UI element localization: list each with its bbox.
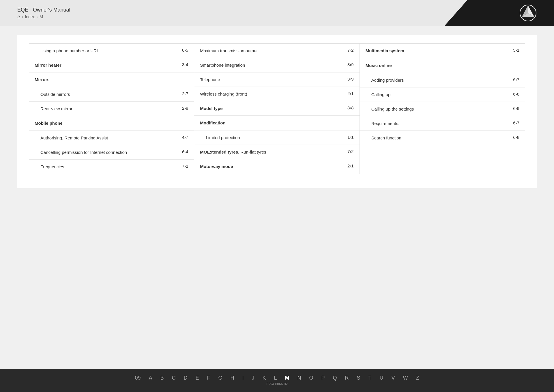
alpha-item-r[interactable]: R xyxy=(345,375,349,381)
entry-page: 3›9 xyxy=(347,76,354,81)
alpha-item-e[interactable]: E xyxy=(195,375,199,381)
entry-page: 6›7 xyxy=(513,77,519,82)
sub-entries: Adding providers 6›7 Calling up 6›8 Call… xyxy=(360,73,525,145)
list-item[interactable]: Smartphone integration 3›9 xyxy=(194,58,359,72)
sub-entries: Outside mirrors 2›7 Rear-view mirror 2›8 xyxy=(29,87,194,116)
footer: 09 A B C D E F G H I J K L M N O P Q R S… xyxy=(0,369,554,392)
alpha-item-l[interactable]: L xyxy=(274,375,277,381)
alpha-item-g[interactable]: G xyxy=(218,375,222,381)
list-item[interactable]: Frequencies 7›2 xyxy=(29,160,194,174)
entry-page: 6›8 xyxy=(513,135,519,140)
page-header: EQE - Owner's Manual ⌂ › Index › M xyxy=(0,0,554,26)
entry-page: 7›2 xyxy=(347,48,354,53)
entry-label: Mirror heater xyxy=(35,62,179,68)
alpha-item-i[interactable]: I xyxy=(242,375,244,381)
mobile-phone-section: Mobile phone Authorising, Remote Parking… xyxy=(29,116,194,174)
alpha-item-q[interactable]: Q xyxy=(333,375,337,381)
entry-page: 3›4 xyxy=(182,62,188,67)
entry-label: Limited protection xyxy=(206,135,345,141)
entry-label: Calling up the settings xyxy=(371,106,510,112)
alpha-item-w[interactable]: W xyxy=(403,375,408,381)
entry-page: 6›7 xyxy=(513,120,519,125)
list-item[interactable]: Model type 8›8 xyxy=(194,101,359,116)
alpha-item-u[interactable]: U xyxy=(380,375,383,381)
entry-label: Requirements: xyxy=(371,120,510,126)
list-item[interactable]: Using a phone number or URL 6›5 xyxy=(29,44,194,58)
section-header: Music online xyxy=(360,58,525,73)
list-item[interactable]: Motorway mode 2›1 xyxy=(194,159,359,173)
entry-label: Multimedia system xyxy=(366,48,510,54)
list-item[interactable]: Adding providers 6›7 xyxy=(360,73,525,87)
section-header: Mirrors xyxy=(29,72,194,87)
list-item[interactable]: Search function 6›8 xyxy=(360,131,525,145)
alpha-item-f[interactable]: F xyxy=(207,375,210,381)
home-icon[interactable]: ⌂ xyxy=(17,14,20,19)
entry-label: Using a phone number or URL xyxy=(40,48,179,54)
column-1: Using a phone number or URL 6›5 Mirror h… xyxy=(29,44,194,174)
main-content: Using a phone number or URL 6›5 Mirror h… xyxy=(17,35,537,188)
alpha-item-h[interactable]: H xyxy=(230,375,234,381)
entry-label: Model type xyxy=(200,105,345,111)
mercedes-logo xyxy=(519,4,537,22)
alpha-item-b[interactable]: B xyxy=(160,375,164,381)
entry-page: 2›1 xyxy=(347,163,354,168)
entry-label: Smartphone integration xyxy=(200,62,345,68)
list-item[interactable]: Rear-view mirror 2›8 xyxy=(29,102,194,116)
footer-code: F294 0066 02 xyxy=(266,382,288,386)
list-item[interactable]: Outside mirrors 2›7 xyxy=(29,87,194,102)
entry-label: MOExtended tyres, Run-flat tyres xyxy=(200,149,345,155)
alpha-item-s[interactable]: S xyxy=(357,375,360,381)
alpha-item-j[interactable]: J xyxy=(252,375,254,381)
breadcrumb: ⌂ › Index › M xyxy=(17,14,70,19)
list-item[interactable]: Authorising, Remote Parking Assist 4›7 xyxy=(29,131,194,145)
entry-label: Outside mirrors xyxy=(40,91,179,97)
list-item[interactable]: Calling up 6›8 xyxy=(360,87,525,102)
entry-label: Adding providers xyxy=(371,77,510,83)
list-item[interactable]: Maximum transmission output 7›2 xyxy=(194,44,359,58)
list-item[interactable]: Calling up the settings 6›9 xyxy=(360,102,525,116)
list-item[interactable]: Telephone 3›9 xyxy=(194,72,359,87)
alpha-item-p[interactable]: P xyxy=(321,375,325,381)
entry-page: 6›9 xyxy=(513,106,519,111)
alpha-item-t[interactable]: T xyxy=(368,375,372,381)
entry-label: Search function xyxy=(371,135,510,141)
alpha-item-z[interactable]: Z xyxy=(416,375,419,381)
alpha-item-d[interactable]: D xyxy=(184,375,187,381)
sub-entries: Authorising, Remote Parking Assist 4›7 C… xyxy=(29,131,194,174)
alpha-item-09[interactable]: 09 xyxy=(135,375,141,381)
alphabet-nav: 09 A B C D E F G H I J K L M N O P Q R S… xyxy=(135,375,419,381)
entry-page: 6›5 xyxy=(182,48,188,53)
index-columns: Using a phone number or URL 6›5 Mirror h… xyxy=(29,43,525,174)
alpha-item-k[interactable]: K xyxy=(263,375,266,381)
entry-label: Wireless charging (front) xyxy=(200,91,345,97)
list-item[interactable]: Wireless charging (front) 2›1 xyxy=(194,87,359,101)
list-item[interactable]: MOExtended tyres, Run-flat tyres 7›2 xyxy=(194,145,359,159)
alpha-item-n[interactable]: N xyxy=(297,375,301,381)
list-item[interactable]: Requirements: 6›7 xyxy=(360,116,525,131)
alpha-item-o[interactable]: O xyxy=(309,375,313,381)
alpha-item-m[interactable]: M xyxy=(285,375,289,381)
section-header: Modification xyxy=(194,116,359,130)
list-item[interactable]: Limited protection 1›1 xyxy=(194,130,359,145)
entry-page: 4›7 xyxy=(182,135,188,140)
entry-label: Cancelling permission for Internet conne… xyxy=(40,149,179,155)
entry-page: 8›8 xyxy=(347,105,354,110)
entry-label: Frequencies xyxy=(40,164,179,170)
alpha-item-a[interactable]: A xyxy=(149,375,152,381)
mirrors-section: Mirrors Outside mirrors 2›7 Rear-view mi… xyxy=(29,72,194,116)
entry-page: 2›1 xyxy=(347,91,354,96)
alpha-item-v[interactable]: V xyxy=(392,375,395,381)
breadcrumb-index[interactable]: Index xyxy=(25,14,35,19)
entry-page: 2›8 xyxy=(182,106,188,111)
list-item[interactable]: Mirror heater 3›4 xyxy=(29,58,194,72)
music-online-section: Music online Adding providers 6›7 Callin… xyxy=(360,58,525,145)
entry-label: Maximum transmission output xyxy=(200,48,345,54)
entry-page: 2›7 xyxy=(182,91,188,96)
entry-label: Telephone xyxy=(200,76,345,83)
entry-page: 7›2 xyxy=(182,164,188,169)
breadcrumb-current: M xyxy=(40,14,43,19)
modification-section: Modification Limited protection 1›1 xyxy=(194,116,359,145)
list-item[interactable]: Cancelling permission for Internet conne… xyxy=(29,145,194,160)
list-item[interactable]: Multimedia system 5›1 xyxy=(360,44,525,58)
alpha-item-c[interactable]: C xyxy=(172,375,175,381)
